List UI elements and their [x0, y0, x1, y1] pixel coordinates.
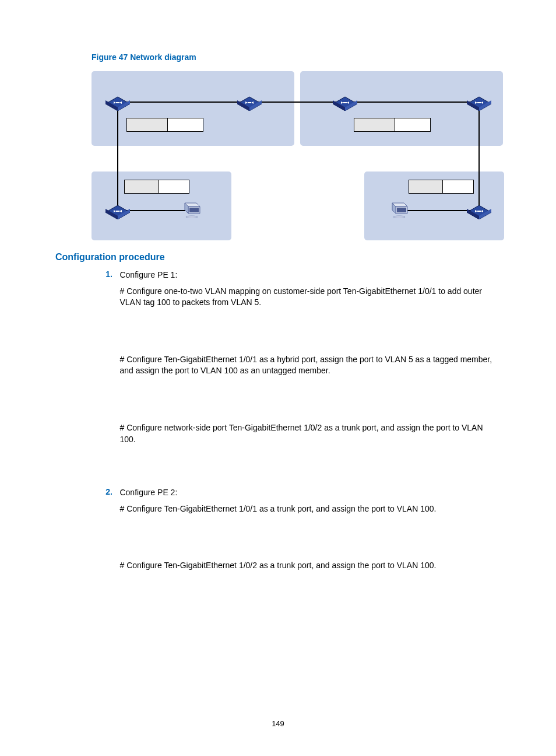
- svg-rect-29: [116, 211, 119, 212]
- para: # Configure one-to-two VLAN mapping on c…: [119, 286, 492, 309]
- svg-rect-23: [477, 102, 481, 103]
- switch-icon: [467, 202, 491, 219]
- switch-icon: [237, 93, 262, 111]
- para: # Configure Ten-GigabitEthernet 1/0/1 as…: [119, 503, 492, 515]
- pc-icon: [391, 201, 411, 218]
- switch-icon: [467, 93, 491, 111]
- network-diagram: [92, 71, 504, 240]
- procedure-list: 1. Configure PE 1: # Configure one-to-tw…: [92, 270, 501, 576]
- link-line: [125, 210, 189, 211]
- switch-icon: [105, 202, 130, 219]
- link-line: [126, 102, 470, 103]
- tag-table: [354, 118, 431, 132]
- svg-point-40: [186, 216, 198, 218]
- svg-rect-44: [397, 208, 406, 212]
- link-line: [117, 102, 118, 210]
- list-number: 2.: [92, 487, 112, 496]
- svg-rect-39: [189, 208, 199, 212]
- tag-table: [126, 118, 203, 132]
- para: # Configure Ten-GigabitEthernet 1/0/1 as…: [119, 354, 492, 377]
- tag-table: [409, 180, 474, 194]
- svg-rect-35: [477, 211, 481, 212]
- list-title: Configure PE 2:: [119, 487, 492, 499]
- svg-rect-17: [343, 102, 347, 103]
- svg-rect-11: [248, 102, 251, 103]
- tag-table: [124, 180, 189, 194]
- para: # Configure Ten-GigabitEthernet 1/0/2 as…: [119, 560, 492, 572]
- switch-icon: [333, 93, 357, 111]
- link-line: [406, 210, 473, 211]
- list-title: Configure PE 1:: [119, 270, 492, 281]
- svg-point-45: [393, 216, 405, 218]
- svg-rect-5: [116, 102, 119, 103]
- figure-caption: Figure 47 Network diagram: [92, 52, 501, 62]
- page-number: 149: [0, 719, 556, 728]
- para: # Configure network-side port Ten-Gigabi…: [119, 422, 492, 445]
- pc-icon: [184, 201, 203, 218]
- section-heading: Configuration procedure: [55, 252, 501, 262]
- list-number: 1.: [92, 270, 112, 279]
- switch-icon: [105, 93, 130, 111]
- link-line: [478, 102, 480, 210]
